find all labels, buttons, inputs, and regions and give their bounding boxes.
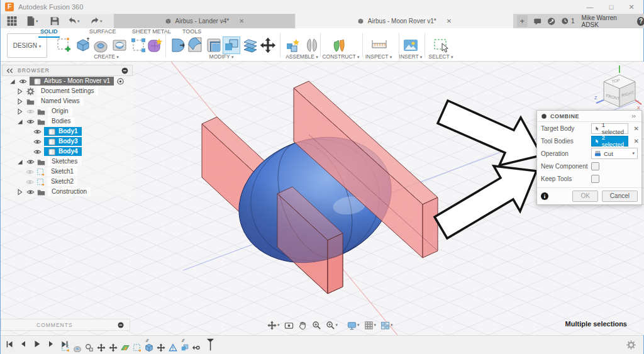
visibility-eye-icon[interactable] bbox=[33, 148, 42, 156]
timeline-warning-feature[interactable] bbox=[169, 343, 177, 352]
tree-row-sketches[interactable]: Sketches bbox=[2, 157, 133, 167]
visibility-eye-icon[interactable] bbox=[33, 128, 42, 136]
operation-dropdown[interactable]: Cut ▾ bbox=[591, 148, 638, 159]
tree-row-body4[interactable]: Body4 bbox=[2, 147, 133, 157]
visibility-eye-icon[interactable] bbox=[33, 138, 42, 146]
group-label-insert[interactable]: INSERT ▾ bbox=[399, 53, 423, 60]
ribbon-tab-tools[interactable]: TOOLS bbox=[180, 28, 203, 36]
user-name[interactable]: Mike Warren ADSK bbox=[582, 14, 627, 28]
hole-icon[interactable] bbox=[111, 37, 128, 53]
clear-selection-icon[interactable]: ✕ bbox=[633, 125, 638, 132]
look-at-tool[interactable] bbox=[284, 321, 294, 330]
new-component-checkbox[interactable] bbox=[591, 162, 599, 170]
timeline-plane-feature[interactable] bbox=[121, 343, 130, 352]
go-to-start-icon[interactable] bbox=[6, 340, 14, 348]
tree-row-document-settings[interactable]: Document Settings bbox=[2, 86, 133, 96]
comments-bar[interactable]: COMMENTS bbox=[1, 319, 130, 331]
step-back-icon[interactable] bbox=[19, 340, 27, 348]
visibility-eye-icon[interactable] bbox=[26, 168, 34, 176]
visibility-eye-icon[interactable] bbox=[26, 178, 34, 186]
collapse-panel-icon[interactable] bbox=[6, 67, 14, 75]
info-icon[interactable]: i bbox=[541, 192, 548, 200]
dialog-header[interactable]: COMBINE bbox=[537, 111, 641, 122]
activate-component-icon[interactable] bbox=[116, 77, 125, 86]
save-icon[interactable] bbox=[48, 16, 61, 26]
combine-icon[interactable] bbox=[223, 37, 240, 53]
target-body-selection-button[interactable]: 1 selected bbox=[591, 123, 628, 134]
shell-icon[interactable] bbox=[206, 37, 222, 53]
group-label-inspect[interactable]: INSPECT ▾ bbox=[365, 53, 392, 60]
tree-row-sketch2[interactable]: Sketch2 bbox=[2, 177, 133, 187]
comments-toggle-icon[interactable] bbox=[117, 321, 125, 329]
redo-caret[interactable]: ▾ bbox=[100, 19, 103, 24]
select-tool-icon[interactable] bbox=[433, 37, 450, 53]
pattern-icon[interactable] bbox=[130, 37, 147, 53]
file-menu-caret[interactable]: ▾ bbox=[36, 19, 38, 24]
timeline-move-feature[interactable] bbox=[97, 343, 106, 352]
app-grid-icon[interactable] bbox=[6, 16, 18, 26]
measure-icon[interactable] bbox=[371, 37, 387, 53]
ribbon-tab-solid[interactable]: SOLID bbox=[38, 28, 60, 38]
extrude-icon[interactable] bbox=[75, 37, 91, 53]
visibility-eye-icon[interactable] bbox=[26, 108, 35, 116]
timeline-sketch-feature[interactable] bbox=[133, 343, 142, 352]
viewport-layout[interactable]: ▾ bbox=[380, 321, 393, 330]
timeline-rollback-marker[interactable] bbox=[192, 343, 201, 352]
tree-row-body1[interactable]: Body1 bbox=[2, 126, 133, 136]
expanded-icon[interactable] bbox=[16, 118, 24, 126]
ok-button[interactable]: OK bbox=[572, 191, 597, 202]
visibility-eye-icon[interactable] bbox=[19, 77, 27, 86]
construct-plane-icon[interactable] bbox=[331, 37, 348, 53]
offset-face-icon[interactable] bbox=[242, 37, 258, 53]
group-label-assemble[interactable]: ASSEMBLE ▾ bbox=[286, 53, 318, 60]
tree-row-bodies[interactable]: Bodies bbox=[2, 116, 133, 126]
tree-row-named-views[interactable]: Named Views bbox=[2, 96, 133, 106]
timeline-box-feature[interactable]: /// bbox=[145, 343, 153, 352]
pan-tool[interactable] bbox=[298, 321, 308, 330]
step-forward-icon[interactable] bbox=[47, 340, 55, 348]
visibility-eye-icon[interactable] bbox=[26, 158, 35, 166]
file-menu-icon[interactable] bbox=[25, 16, 37, 26]
zoom-tool[interactable] bbox=[312, 321, 321, 330]
timeline-sketch-feature[interactable] bbox=[61, 343, 70, 352]
fit-tool[interactable]: ▾ bbox=[326, 321, 338, 330]
group-label-select[interactable]: SELECT ▾ bbox=[429, 53, 453, 60]
keep-tools-checkbox[interactable] bbox=[591, 175, 599, 183]
insert-canvas-icon[interactable] bbox=[402, 37, 419, 53]
undo-icon[interactable] bbox=[66, 16, 79, 26]
redo-icon[interactable] bbox=[89, 16, 101, 26]
undo-caret[interactable]: ▾ bbox=[77, 19, 80, 24]
collapsed-icon[interactable] bbox=[16, 97, 24, 106]
dialog-dock-icon[interactable] bbox=[630, 113, 638, 119]
move-copy-icon[interactable] bbox=[260, 37, 276, 53]
ribbon-tab-surface[interactable]: SURFACE bbox=[87, 28, 118, 36]
close-button[interactable]: ✕ bbox=[622, 1, 641, 13]
timeline-revolve-feature[interactable] bbox=[73, 343, 82, 352]
grid-settings[interactable]: ▾ bbox=[364, 321, 377, 330]
new-component-icon[interactable] bbox=[285, 37, 301, 53]
collapsed-icon[interactable] bbox=[16, 188, 24, 196]
clear-selection-icon[interactable]: ✕ bbox=[633, 138, 638, 145]
display-settings[interactable]: ▾ bbox=[347, 321, 360, 330]
timeline-settings-gear-icon[interactable] bbox=[626, 340, 636, 350]
expanded-icon[interactable] bbox=[8, 77, 16, 86]
timeline-pin-feature[interactable] bbox=[85, 343, 94, 352]
minimize-button[interactable]: — bbox=[580, 1, 599, 13]
fillet-icon[interactable] bbox=[187, 37, 203, 53]
create-form-icon[interactable] bbox=[147, 37, 163, 53]
timeline-combine-feature[interactable]: /// bbox=[180, 343, 189, 352]
visibility-eye-icon[interactable] bbox=[26, 188, 35, 196]
group-label-create[interactable]: CREATE ▾ bbox=[94, 53, 119, 60]
group-label-modify[interactable]: MODIFY ▾ bbox=[209, 53, 234, 60]
help-icon[interactable]: ? bbox=[637, 17, 644, 26]
ribbon-tab-sheet-metal[interactable]: SHEET METAL bbox=[130, 28, 173, 36]
group-label-construct[interactable]: CONSTRUCT ▾ bbox=[322, 53, 359, 60]
timeline-move-feature[interactable] bbox=[157, 343, 165, 352]
collapsed-icon[interactable] bbox=[16, 108, 24, 116]
comments-icon[interactable] bbox=[533, 16, 541, 26]
tree-row-body3[interactable]: Body3 bbox=[2, 136, 133, 147]
remove-panel-icon[interactable] bbox=[121, 67, 129, 75]
tab-close-icon[interactable]: ✕ bbox=[447, 18, 452, 25]
tree-row-origin[interactable]: Origin bbox=[2, 106, 133, 116]
joint-icon[interactable] bbox=[304, 37, 320, 53]
